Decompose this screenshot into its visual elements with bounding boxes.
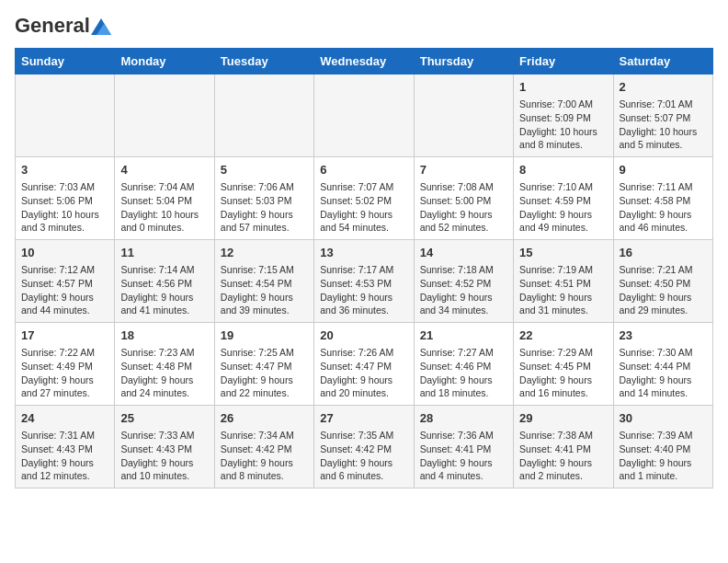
day-info: Sunset: 4:53 PM (320, 277, 407, 291)
day-info: Sunset: 4:54 PM (221, 277, 308, 291)
day-info: Sunrise: 7:00 AM (519, 98, 607, 111)
day-info: Daylight: 9 hours and 18 minutes. (420, 373, 507, 400)
day-info: Sunrise: 7:17 AM (320, 263, 407, 277)
day-info: Sunrise: 7:23 AM (120, 346, 208, 360)
calendar-cell (414, 75, 513, 157)
day-number: 11 (120, 245, 208, 261)
day-info: Daylight: 9 hours and 24 minutes. (120, 373, 208, 400)
day-info: Sunset: 4:43 PM (21, 442, 108, 456)
day-info: Sunrise: 7:29 AM (519, 346, 607, 360)
day-info: Daylight: 9 hours and 46 minutes. (620, 208, 707, 235)
day-info: Daylight: 9 hours and 39 minutes. (221, 291, 308, 317)
day-info: Sunrise: 7:21 AM (620, 263, 707, 277)
calendar-cell (314, 75, 414, 157)
logo-icon (91, 18, 111, 35)
day-info: Sunrise: 7:30 AM (620, 346, 707, 360)
day-info: Sunrise: 7:27 AM (420, 346, 507, 360)
calendar-cell: 6Sunrise: 7:07 AMSunset: 5:02 PMDaylight… (314, 157, 414, 240)
calendar-cell: 19Sunrise: 7:25 AMSunset: 4:47 PMDayligh… (214, 323, 313, 406)
calendar-week-row: 10Sunrise: 7:12 AMSunset: 4:57 PMDayligh… (16, 240, 713, 323)
day-info: Daylight: 9 hours and 34 minutes. (420, 291, 507, 317)
day-info: Daylight: 10 hours and 8 minutes. (519, 125, 607, 152)
day-info: Daylight: 9 hours and 6 minutes. (320, 456, 407, 483)
day-info: Sunset: 4:42 PM (320, 442, 407, 456)
day-number: 23 (620, 327, 707, 344)
day-number: 10 (21, 245, 108, 261)
day-info: Sunset: 4:56 PM (120, 277, 208, 291)
calendar-cell: 15Sunrise: 7:19 AMSunset: 4:51 PMDayligh… (514, 240, 613, 323)
day-info: Sunrise: 7:26 AM (320, 346, 407, 360)
day-number: 16 (620, 245, 707, 261)
day-info: Daylight: 9 hours and 49 minutes. (519, 208, 607, 235)
day-info: Daylight: 9 hours and 44 minutes. (21, 291, 108, 317)
day-info: Sunset: 4:59 PM (519, 194, 607, 208)
calendar-cell (214, 75, 313, 157)
day-info: Daylight: 9 hours and 20 minutes. (320, 373, 407, 400)
day-info: Sunset: 4:51 PM (519, 277, 607, 291)
day-info: Sunrise: 7:31 AM (21, 429, 108, 442)
calendar-cell: 26Sunrise: 7:34 AMSunset: 4:42 PMDayligh… (214, 406, 313, 488)
day-info: Sunset: 4:52 PM (420, 277, 507, 291)
day-info: Sunrise: 7:25 AM (221, 346, 308, 360)
calendar-week-row: 17Sunrise: 7:22 AMSunset: 4:49 PMDayligh… (16, 323, 713, 406)
calendar-cell: 11Sunrise: 7:14 AMSunset: 4:56 PMDayligh… (115, 240, 214, 323)
calendar-cell: 3Sunrise: 7:03 AMSunset: 5:06 PMDaylight… (16, 157, 115, 240)
day-number: 26 (221, 410, 308, 427)
calendar-cell: 13Sunrise: 7:17 AMSunset: 4:53 PMDayligh… (314, 240, 414, 323)
calendar-table: SundayMondayTuesdayWednesdayThursdayFrid… (15, 48, 713, 488)
day-number: 27 (320, 410, 407, 427)
day-info: Sunrise: 7:19 AM (519, 263, 607, 277)
day-number: 13 (320, 245, 407, 261)
day-number: 4 (120, 162, 208, 178)
calendar-cell: 7Sunrise: 7:08 AMSunset: 5:00 PMDaylight… (414, 157, 513, 240)
day-number: 28 (420, 410, 507, 427)
day-info: Daylight: 10 hours and 3 minutes. (21, 208, 108, 235)
day-number: 17 (21, 327, 108, 344)
day-number: 7 (420, 162, 507, 178)
day-info: Sunrise: 7:18 AM (420, 263, 507, 277)
calendar-header-row: SundayMondayTuesdayWednesdayThursdayFrid… (16, 49, 713, 75)
calendar-cell: 9Sunrise: 7:11 AMSunset: 4:58 PMDaylight… (613, 157, 712, 240)
logo: General (15, 15, 113, 37)
calendar-cell: 29Sunrise: 7:38 AMSunset: 4:41 PMDayligh… (514, 406, 613, 488)
calendar-cell: 24Sunrise: 7:31 AMSunset: 4:43 PMDayligh… (16, 406, 115, 488)
day-number: 14 (420, 245, 507, 261)
day-number: 19 (221, 327, 308, 344)
calendar-cell: 27Sunrise: 7:35 AMSunset: 4:42 PMDayligh… (314, 406, 414, 488)
header-sunday: Sunday (16, 49, 115, 75)
day-info: Sunset: 4:42 PM (221, 442, 308, 456)
day-info: Sunset: 4:48 PM (120, 360, 208, 373)
calendar-cell: 17Sunrise: 7:22 AMSunset: 4:49 PMDayligh… (16, 323, 115, 406)
calendar-week-row: 1Sunrise: 7:00 AMSunset: 5:09 PMDaylight… (16, 75, 713, 157)
day-info: Daylight: 9 hours and 4 minutes. (420, 456, 507, 483)
day-number: 2 (620, 79, 707, 96)
day-info: Sunset: 4:47 PM (221, 360, 308, 373)
day-number: 22 (519, 327, 607, 344)
day-info: Sunrise: 7:10 AM (519, 180, 607, 194)
day-info: Sunset: 4:49 PM (21, 360, 108, 373)
day-info: Sunset: 4:44 PM (620, 360, 707, 373)
day-number: 24 (21, 410, 108, 427)
calendar-cell: 14Sunrise: 7:18 AMSunset: 4:52 PMDayligh… (414, 240, 513, 323)
calendar-cell: 28Sunrise: 7:36 AMSunset: 4:41 PMDayligh… (414, 406, 513, 488)
day-number: 15 (519, 245, 607, 261)
day-info: Sunset: 4:41 PM (519, 442, 607, 456)
day-info: Sunset: 4:50 PM (620, 277, 707, 291)
day-info: Sunset: 5:02 PM (320, 194, 407, 208)
day-info: Sunset: 5:03 PM (221, 194, 308, 208)
day-info: Sunset: 4:58 PM (620, 194, 707, 208)
calendar-cell (16, 75, 115, 157)
calendar-cell: 5Sunrise: 7:06 AMSunset: 5:03 PMDaylight… (214, 157, 313, 240)
calendar-cell: 16Sunrise: 7:21 AMSunset: 4:50 PMDayligh… (613, 240, 712, 323)
day-info: Sunset: 4:43 PM (120, 442, 208, 456)
calendar-cell: 22Sunrise: 7:29 AMSunset: 4:45 PMDayligh… (514, 323, 613, 406)
calendar-cell: 30Sunrise: 7:39 AMSunset: 4:40 PMDayligh… (613, 406, 712, 488)
day-info: Daylight: 9 hours and 27 minutes. (21, 373, 108, 400)
day-info: Sunset: 5:04 PM (120, 194, 208, 208)
day-number: 25 (120, 410, 208, 427)
day-number: 8 (519, 162, 607, 178)
header-thursday: Thursday (414, 49, 513, 75)
day-info: Sunrise: 7:01 AM (620, 98, 707, 111)
day-number: 3 (21, 162, 108, 178)
day-info: Sunrise: 7:15 AM (221, 263, 308, 277)
